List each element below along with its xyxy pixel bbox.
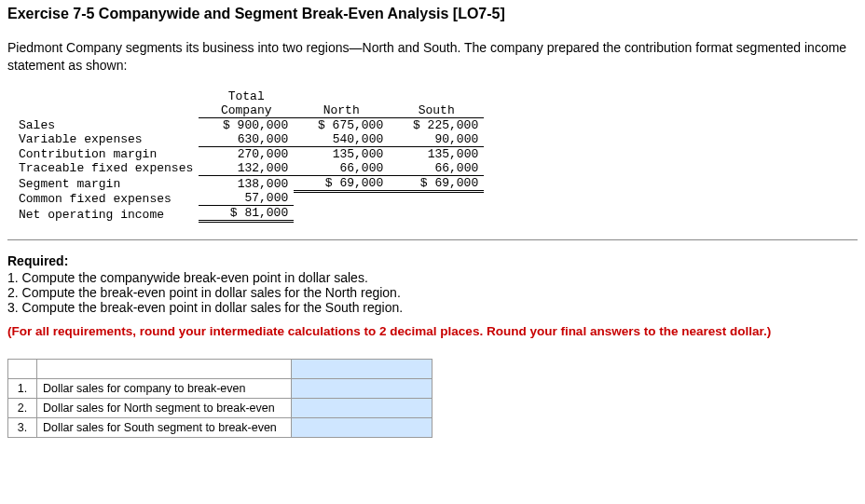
required-3: 3. Compute the break-even point in dolla…	[7, 300, 858, 315]
row-noi-label: Net operating income	[13, 206, 199, 222]
row-tfe-label: Traceable fixed expenses	[13, 161, 199, 176]
row-segm-label: Segment margin	[13, 175, 199, 191]
col-total-b: Company	[199, 103, 294, 118]
answer-row2-label: Dollar sales for North segment to break-…	[37, 399, 292, 418]
answer-row1-label: Dollar sales for company to break-even	[37, 379, 292, 399]
row-cfe-label: Common fixed expenses	[13, 191, 199, 206]
answer-row3-label: Dollar sales for South segment to break-…	[37, 418, 292, 438]
row-cfe-total: 57,000	[199, 191, 294, 206]
row-varexp-total: 630,000	[199, 132, 294, 147]
row-tfe-north: 66,000	[294, 161, 389, 176]
col-south: South	[389, 103, 484, 118]
row-tfe-south: 66,000	[389, 161, 484, 176]
answer-row2-num: 2.	[8, 399, 37, 418]
answer-row1-num: 1.	[8, 379, 37, 399]
intro-text: Piedmont Company segments its business i…	[7, 39, 858, 75]
rounding-note: (For all requirements, round your interm…	[7, 324, 858, 338]
row-cm-label: Contribution margin	[13, 146, 199, 161]
answer-row1-input[interactable]	[292, 379, 432, 398]
answer-row2-input[interactable]	[292, 399, 432, 417]
row-cm-south: 135,000	[389, 146, 484, 161]
row-noi-total: $ 81,000	[199, 206, 294, 222]
col-total-a: Total	[199, 89, 294, 103]
answer-header-num	[8, 360, 37, 379]
answer-row3-num: 3.	[8, 418, 37, 438]
row-segm-south: $ 69,000	[389, 175, 484, 191]
income-statement: Total Company North South Sales $ 900,00…	[13, 89, 484, 224]
row-sales-north: $ 675,000	[294, 117, 389, 132]
row-sales-south: $ 225,000	[389, 117, 484, 132]
answer-header-desc	[37, 360, 292, 379]
exercise-title: Exercise 7-5 Companywide and Segment Bre…	[7, 6, 858, 22]
row-sales-label: Sales	[13, 117, 199, 132]
row-cm-total: 270,000	[199, 146, 294, 161]
answer-row3-input[interactable]	[292, 418, 432, 437]
answer-table: 1. Dollar sales for company to break-eve…	[7, 359, 432, 438]
col-north: North	[294, 103, 389, 118]
row-varexp-south: 90,000	[389, 132, 484, 147]
row-segm-north: $ 69,000	[294, 175, 389, 191]
required-heading: Required:	[7, 253, 858, 268]
required-list: 1. Compute the companywide break-even po…	[7, 270, 858, 315]
answer-header-input	[292, 360, 432, 379]
row-segm-total: 138,000	[199, 175, 294, 191]
required-2: 2. Compute the break-even point in dolla…	[7, 285, 858, 300]
required-1: 1. Compute the companywide break-even po…	[7, 270, 858, 285]
row-tfe-total: 132,000	[199, 161, 294, 176]
row-varexp-label: Variable expenses	[13, 132, 199, 147]
row-sales-total: $ 900,000	[199, 117, 294, 132]
row-cm-north: 135,000	[294, 146, 389, 161]
divider	[7, 239, 858, 240]
row-varexp-north: 540,000	[294, 132, 389, 147]
